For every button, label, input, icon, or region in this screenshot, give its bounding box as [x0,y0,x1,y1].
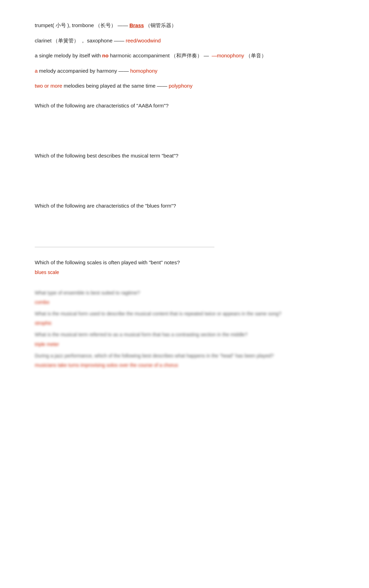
text-trumpet: trumpet( [35,21,54,30]
question-aaba: Which of the following are characteristi… [35,102,334,110]
text-saxophone: saxophone [87,36,112,45]
answer-strophic-blurred: strophic [35,320,334,326]
text-two-or-more: two or more [35,81,62,90]
text-dash4: —— [118,66,129,75]
text-melodies-same-time: melodies being played at the same time [64,81,155,90]
text-harmonic: harmonic accompaniment [110,51,170,60]
question-bent-notes-text: Which of the following scales is often p… [35,259,180,265]
question-aaba-text: Which of the following are characteristi… [35,103,169,108]
text-dash3: — [204,51,209,60]
question-jazz-head-blurred: During a jazz performance, which of the … [35,352,334,360]
line-homophony: a melody accompanied by harmony —— homop… [35,66,334,75]
text-cn-harmonic: （和声伴奏） [171,51,202,60]
separator [35,247,214,247]
text-cn-brass: （铜管乐器） [145,21,177,30]
spacer-3 [35,213,334,241]
text-a: a [35,66,38,75]
question-musical-form-blurred: What is the musical form used to describ… [35,310,334,317]
text-comma: ， [80,36,85,45]
line-clarinet: clarinet （单簧管） ， saxophone —— reed/woodw… [35,36,334,45]
text-cn-mono: （单音） [246,51,266,60]
text-melody-harmony: melody accompanied by harmony [39,66,117,75]
question-bent-notes: Which of the following scales is often p… [35,258,334,267]
text-polyphony: polyphony [169,81,192,90]
spacer-2 [35,163,334,191]
text-dash5: —— [157,81,167,90]
text-brass: Brass [129,21,144,30]
question-blues-form: Which of the following are characteristi… [35,202,334,210]
spacer-1 [35,113,334,140]
text-cn-clarinet: （单簧管） [53,36,79,45]
text-homophony: homophony [130,66,157,75]
answer-blues-scale: blues scale [35,269,334,275]
question-ragtime-blurred: What type of ensemble is best suited to … [35,289,334,297]
question-blues-form-text: Which of the following are characteristi… [35,203,176,209]
answer-combo-blurred: combo [35,299,334,305]
question-contrasting-blurred: What is the musical term referred to as … [35,331,334,338]
text-trombone: trombone [72,21,94,30]
text-sep1: ), [67,21,71,30]
answer-triple-blurred: triple meter [35,341,334,347]
line-polyphony: two or more melodies being played at the… [35,81,334,90]
text-cn-chang: （长号） [95,21,116,30]
answer-jazz-head-blurred: musicians take turns improvising solos o… [35,362,334,368]
spacer-4 [35,275,334,289]
line-monophony: a single melody by itself with no harmon… [35,51,334,60]
text-cn-xiao: 小号 [56,21,66,30]
question-beat-text: Which of the following best describes th… [35,153,178,159]
text-monophony: —monophony [212,51,244,60]
text-dash2: —— [114,36,124,45]
line-trumpet: trumpet( 小号 ), trombone （长号） —— Brass （铜… [35,21,334,30]
question-beat: Which of the following best describes th… [35,152,334,160]
text-clarinet: clarinet [35,36,51,45]
text-dash1: —— [117,21,128,30]
text-single-melody: a single melody by itself with [35,51,101,60]
text-reed: reed/woodwind [126,36,161,45]
text-no: no [102,51,108,60]
